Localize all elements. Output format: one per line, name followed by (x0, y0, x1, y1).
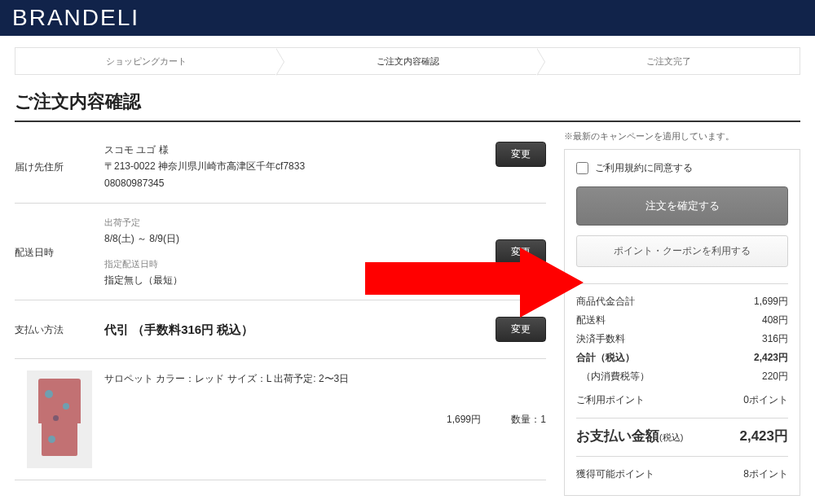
item-name: サロペット (104, 373, 153, 384)
item-color: カラー：レッド (156, 373, 224, 384)
subtotal-label: 商品代金合計 (576, 295, 635, 309)
product-image (27, 370, 92, 468)
specified-date-label: 指定配送日時 (104, 256, 496, 272)
item-ship: 出荷予定: 2〜3日 (274, 373, 349, 384)
specified-date-value: 指定無し（最短） (104, 272, 496, 288)
innertax-value: 220円 (762, 370, 788, 383)
shipfee-label: 配送料 (576, 313, 606, 327)
shipping-address: 〒213-0022 神奈川県川崎市高津区千年cf7833 (104, 158, 496, 174)
shipping-section: 届け先住所 スコモ ユゴ 様 〒213-0022 神奈川県川崎市高津区千年cf7… (15, 130, 546, 204)
change-delivery-button[interactable]: 変更 (496, 239, 546, 265)
brand-logo: BRANDELI (12, 5, 139, 31)
side-column: ※最新のキャンペーンを適用しています。 ご利用規約に同意する 注文を確定する ポ… (564, 130, 800, 496)
payment-method: 代引 （手数料316円 税込） (104, 322, 253, 336)
campaign-note: ※最新のキャンペーンを適用しています。 (564, 130, 800, 142)
order-summary-box: ご利用規約に同意する 注文を確定する ポイント・クーポンを利用する 商品代金合計… (564, 149, 800, 496)
step-cart: ショッピングカート (15, 48, 277, 74)
earnpoint-value: 8ポイント (743, 467, 788, 481)
item-price: 1,699円 (420, 413, 481, 427)
step-confirm: ご注文内容確認 (277, 48, 539, 74)
usepoint-value: 0ポイント (743, 393, 788, 407)
item-qty: 数量：1 (481, 413, 546, 427)
usepoint-label: ご利用ポイント (576, 393, 645, 407)
agree-terms-row[interactable]: ご利用規約に同意する (576, 161, 788, 175)
subtotal-value: 1,699円 (754, 295, 788, 309)
shipping-name: スコモ ユゴ 様 (104, 142, 496, 158)
ship-schedule-label: 出荷予定 (104, 215, 496, 230)
delivery-label: 配送日時 (15, 244, 104, 260)
header: BRANDELI (0, 0, 815, 36)
checkout-progress: ショッピングカート ご注文内容確認 ご注文完了 (15, 47, 800, 75)
payamount-value: 2,423円 (739, 427, 788, 445)
shipping-label: 届け先住所 (15, 159, 104, 174)
payfee-value: 316円 (762, 332, 788, 346)
use-coupon-button[interactable]: ポイント・クーポンを利用する (576, 235, 788, 267)
change-shipping-button[interactable]: 変更 (496, 142, 546, 167)
page-title: ご注文内容確認 (15, 90, 800, 122)
shipping-phone: 08080987345 (104, 175, 496, 191)
confirm-order-button[interactable]: 注文を確定する (576, 186, 788, 226)
agree-checkbox[interactable] (576, 162, 588, 174)
item-size: サイズ：L (227, 373, 271, 384)
delivery-section: 配送日時 出荷予定 8/8(土) ～ 8/9(日) 指定配送日時 指定無し（最短… (15, 204, 546, 300)
payment-label: 支払い方法 (15, 322, 104, 337)
change-payment-button[interactable]: 変更 (496, 317, 546, 342)
totalinc-label: 合計（税込） (576, 351, 635, 365)
ship-schedule-value: 8/8(土) ～ 8/9(日) (104, 230, 496, 247)
innertax-label: （内消費税等） (576, 370, 650, 383)
agree-label: ご利用規約に同意する (595, 161, 693, 175)
main-column: 届け先住所 スコモ ユゴ 様 〒213-0022 神奈川県川崎市高津区千年cf7… (15, 130, 546, 496)
cart-item-row: サロペット カラー：レッド サイズ：L 出荷予定: 2〜3日 1,699円 数量… (15, 359, 546, 480)
shipfee-value: 408円 (762, 313, 788, 327)
totalinc-value: 2,423円 (754, 351, 788, 365)
payamount-label: お支払い金額(税込) (576, 427, 683, 445)
step-complete: ご注文完了 (538, 48, 800, 74)
payment-section: 支払い方法 代引 （手数料316円 税込） 変更 (15, 300, 546, 359)
payfee-label: 決済手数料 (576, 332, 625, 346)
earnpoint-label: 獲得可能ポイント (576, 467, 654, 481)
